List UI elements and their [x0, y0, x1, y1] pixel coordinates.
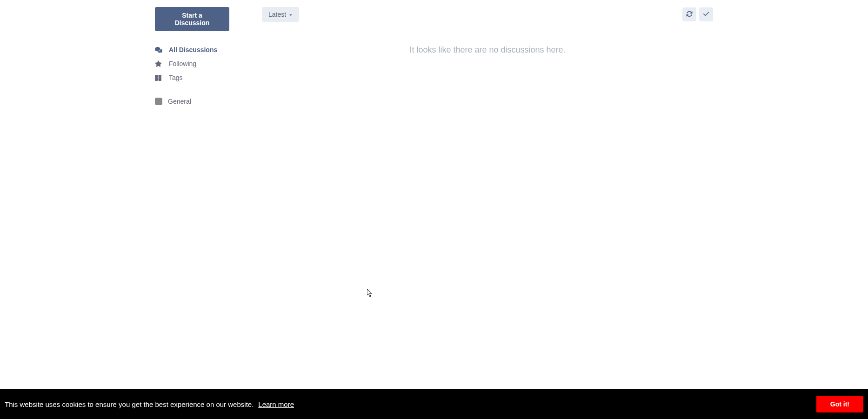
empty-state-message: It looks like there are no discussions h…	[262, 45, 713, 55]
sidebar-item-label: Following	[169, 60, 196, 67]
sidebar-nav: All Discussions Following Tags	[155, 43, 248, 85]
tag-list: General	[155, 95, 248, 108]
toolbar: Latest	[262, 7, 713, 22]
sort-dropdown[interactable]: Latest	[262, 7, 299, 22]
comments-icon	[155, 47, 164, 53]
cookie-consent-bar: This website uses cookies to ensure you …	[0, 389, 868, 419]
check-icon	[703, 11, 709, 19]
cookie-message: This website uses cookies to ensure you …	[5, 400, 254, 408]
sidebar-item-following[interactable]: Following	[155, 57, 248, 71]
sidebar-item-tags[interactable]: Tags	[155, 71, 248, 85]
tag-item-general[interactable]: General	[155, 95, 248, 108]
cookie-learn-more-link[interactable]: Learn more	[258, 400, 294, 408]
sort-label: Latest	[268, 11, 286, 18]
grid-icon	[155, 74, 164, 81]
start-discussion-button[interactable]: Start a Discussion	[155, 7, 229, 31]
mouse-cursor-icon	[367, 289, 374, 299]
tag-label: General	[168, 98, 191, 105]
sidebar: Start a Discussion All Discussions Follo…	[155, 7, 248, 108]
refresh-icon	[686, 11, 693, 19]
caret-down-icon	[289, 11, 293, 18]
tag-swatch-icon	[155, 98, 162, 105]
refresh-button[interactable]	[682, 7, 696, 21]
sidebar-item-label: All Discussions	[169, 46, 217, 53]
star-icon	[155, 60, 164, 67]
sidebar-item-all-discussions[interactable]: All Discussions	[155, 43, 248, 57]
cookie-accept-button[interactable]: Got it!	[816, 396, 863, 412]
sidebar-item-label: Tags	[169, 74, 183, 81]
main-content: Latest It looks lik	[248, 7, 713, 108]
mark-all-read-button[interactable]	[699, 7, 713, 21]
